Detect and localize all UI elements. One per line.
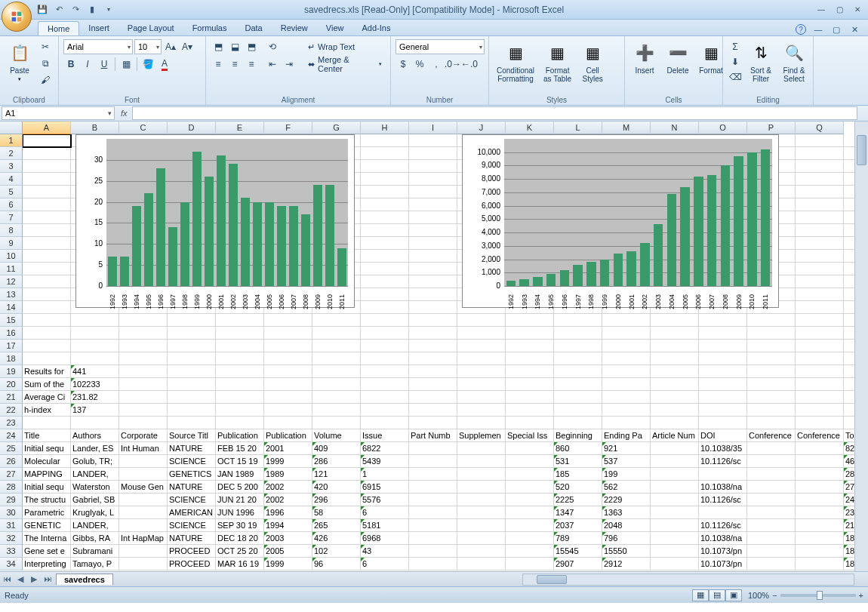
cell[interactable]: 10.1126/sc — [699, 494, 747, 506]
cell[interactable] — [409, 365, 457, 378]
cell[interactable] — [409, 224, 457, 237]
row-header[interactable]: 9 — [0, 237, 23, 250]
number-format-combo[interactable]: General — [396, 39, 485, 54]
decrease-font-icon[interactable]: A▾ — [180, 39, 195, 54]
cell[interactable]: Conference — [747, 429, 796, 442]
cell[interactable] — [457, 442, 506, 455]
cell[interactable] — [119, 327, 168, 340]
cell[interactable] — [23, 186, 71, 198]
cell[interactable] — [168, 314, 216, 327]
cell[interactable] — [554, 327, 602, 340]
cell[interactable]: 5181 — [361, 519, 409, 532]
ribbon-tab-page-layout[interactable]: Page Layout — [119, 21, 183, 35]
column-header[interactable]: F — [264, 121, 312, 134]
cell[interactable]: Gene set e — [23, 545, 71, 558]
cell[interactable] — [119, 506, 168, 519]
cell[interactable] — [796, 224, 844, 237]
cell[interactable] — [651, 468, 699, 481]
first-sheet-icon[interactable]: ⏮ — [0, 574, 14, 584]
minimize-button[interactable]: — — [814, 5, 829, 15]
paste-button[interactable]: 📋 Paste ▾ — [5, 39, 35, 103]
cell[interactable] — [651, 314, 699, 327]
cell[interactable]: 531 — [554, 455, 602, 468]
cell[interactable] — [409, 314, 457, 327]
cell[interactable] — [506, 519, 554, 532]
cell[interactable] — [119, 352, 168, 365]
cell[interactable]: Kruglyak, L — [71, 506, 119, 519]
cell[interactable] — [747, 506, 796, 519]
cell[interactable] — [747, 545, 796, 558]
cell[interactable] — [361, 198, 409, 211]
cell[interactable] — [651, 417, 699, 429]
cell[interactable]: 426 — [312, 532, 361, 545]
insert-cells-button[interactable]: ➕Insert — [629, 39, 660, 103]
cell[interactable] — [409, 532, 457, 545]
cell[interactable] — [409, 494, 457, 506]
cell[interactable] — [506, 442, 554, 455]
cell[interactable] — [264, 327, 312, 340]
cell[interactable] — [409, 558, 457, 570]
cell[interactable] — [651, 378, 699, 391]
cell[interactable] — [409, 237, 457, 250]
cell[interactable]: 2003 — [264, 532, 312, 545]
normal-view-icon[interactable]: ▦ — [692, 589, 709, 601]
row-header[interactable]: 18 — [0, 352, 23, 365]
cell[interactable]: 520 — [554, 481, 602, 494]
row-header[interactable]: 24 — [0, 429, 23, 442]
cell[interactable] — [747, 391, 796, 404]
cell[interactable] — [602, 340, 651, 352]
undo-icon[interactable]: ↶ — [53, 4, 65, 16]
cell[interactable] — [457, 481, 506, 494]
cell[interactable] — [312, 417, 361, 429]
column-header[interactable]: K — [506, 121, 554, 134]
cell[interactable] — [409, 506, 457, 519]
cell[interactable] — [409, 340, 457, 352]
cell[interactable]: Mouse Gen — [119, 481, 168, 494]
cell[interactable] — [796, 417, 844, 429]
office-button[interactable] — [2, 2, 32, 32]
cell[interactable] — [409, 468, 457, 481]
cell[interactable]: Average Ci — [23, 391, 71, 404]
cell[interactable]: Issue — [361, 429, 409, 442]
cell[interactable]: 58 — [312, 506, 361, 519]
cell[interactable] — [457, 340, 506, 352]
zoom-level[interactable]: 100% — [748, 591, 769, 600]
cell[interactable]: 10.1126/sc — [699, 519, 747, 532]
cell[interactable] — [168, 391, 216, 404]
cell[interactable]: 1363 — [602, 506, 651, 519]
cell[interactable] — [699, 468, 747, 481]
cell[interactable] — [457, 455, 506, 468]
cell[interactable] — [506, 327, 554, 340]
cell[interactable] — [168, 417, 216, 429]
cell[interactable] — [796, 263, 844, 275]
cell[interactable]: Source Titl — [168, 429, 216, 442]
cell[interactable] — [796, 455, 844, 468]
row-header[interactable]: 11 — [0, 263, 23, 275]
cell[interactable]: Part Numb — [409, 429, 457, 442]
cell[interactable] — [71, 352, 119, 365]
cell[interactable]: MAPPING — [23, 468, 71, 481]
cell[interactable] — [457, 378, 506, 391]
cell[interactable] — [796, 494, 844, 506]
fill-icon[interactable]: ⬇ — [728, 54, 743, 69]
autosum-icon[interactable]: Σ — [728, 39, 743, 54]
cell[interactable]: 1996 — [264, 506, 312, 519]
cell[interactable] — [506, 532, 554, 545]
cell[interactable]: Waterston — [71, 481, 119, 494]
cell-styles-button[interactable]: ▦Cell Styles — [577, 39, 608, 103]
vertical-scrollbar[interactable] — [854, 121, 868, 571]
cell[interactable] — [457, 327, 506, 340]
cell[interactable] — [796, 186, 844, 198]
cell[interactable] — [312, 340, 361, 352]
cell[interactable] — [119, 404, 168, 417]
cell[interactable]: Authors — [71, 429, 119, 442]
row-header[interactable]: 13 — [0, 288, 23, 301]
cell[interactable] — [361, 314, 409, 327]
chart-icon[interactable]: ▮ — [86, 4, 98, 16]
row-header[interactable]: 4 — [0, 173, 23, 186]
cell[interactable] — [409, 327, 457, 340]
cell[interactable] — [312, 391, 361, 404]
select-all-corner[interactable] — [0, 121, 23, 134]
cell[interactable] — [216, 314, 264, 327]
cell[interactable]: 1989 — [264, 468, 312, 481]
